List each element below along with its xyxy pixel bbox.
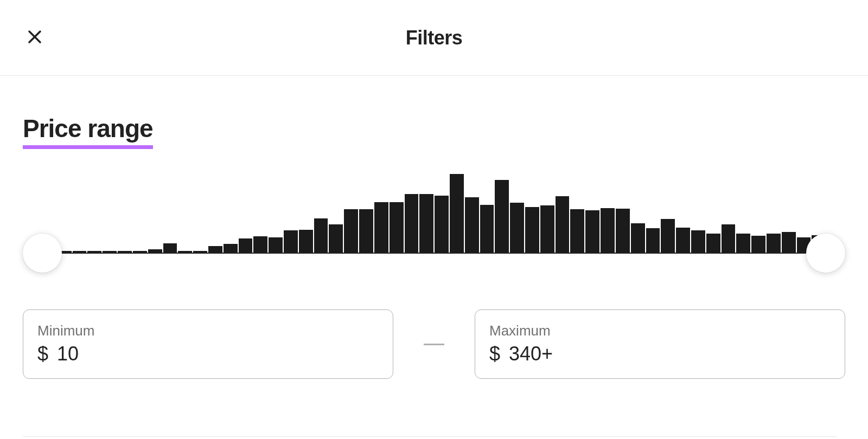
histogram-bar: [253, 236, 267, 253]
histogram-bar: [616, 209, 630, 253]
max-price-input-box[interactable]: Maximum $: [475, 309, 845, 379]
histogram-bar: [540, 205, 554, 253]
min-price-input-box[interactable]: Minimum $: [23, 309, 393, 379]
close-button[interactable]: [24, 27, 46, 49]
slider-track[interactable]: [39, 253, 829, 254]
histogram-bar: [405, 194, 419, 253]
min-price-input[interactable]: [57, 343, 379, 365]
histogram-bar: [706, 234, 720, 253]
histogram-bar: [314, 218, 328, 253]
max-price-label: Maximum: [489, 322, 831, 339]
section-divider: [23, 436, 837, 437]
price-histogram-area: [23, 174, 845, 272]
price-range-title: Price range: [23, 114, 153, 143]
histogram-bar: [691, 230, 705, 253]
histogram-bar: [585, 210, 599, 253]
modal-title: Filters: [406, 27, 463, 49]
histogram-bar: [435, 196, 449, 253]
price-range-separator: [393, 344, 475, 345]
histogram-bar: [782, 232, 796, 253]
histogram-bar: [722, 224, 736, 253]
price-histogram: [39, 174, 829, 253]
dash-icon: [424, 344, 444, 345]
histogram-bar: [269, 237, 283, 253]
histogram-bar: [525, 207, 539, 253]
histogram-bar: [299, 230, 313, 253]
histogram-bar: [390, 202, 404, 253]
histogram-bar: [465, 197, 479, 253]
min-price-currency: $: [37, 343, 48, 365]
histogram-bar: [374, 202, 388, 253]
section-title-wrapper: Price range: [23, 114, 153, 149]
histogram-bar: [767, 234, 781, 253]
histogram-bar: [163, 243, 177, 253]
histogram-bar: [510, 203, 524, 253]
min-price-label: Minimum: [37, 322, 379, 339]
histogram-bar: [480, 205, 494, 253]
modal-content: Price range Minimum $ Maximum $: [0, 76, 868, 379]
histogram-bar: [224, 244, 238, 253]
histogram-bar: [631, 223, 645, 253]
histogram-bar: [450, 174, 464, 253]
max-price-input[interactable]: [509, 343, 831, 365]
histogram-bar: [495, 180, 509, 253]
histogram-bar: [646, 228, 660, 253]
slider-handle-max[interactable]: [806, 234, 845, 273]
histogram-bar: [736, 234, 750, 253]
histogram-bar: [601, 208, 615, 253]
histogram-bar: [239, 238, 253, 253]
histogram-bar: [208, 246, 222, 253]
histogram-bar: [556, 196, 570, 253]
slider-handle-min[interactable]: [23, 234, 62, 273]
histogram-bar: [344, 209, 358, 253]
histogram-bar: [419, 194, 433, 253]
close-icon: [27, 29, 43, 47]
histogram-bar: [570, 209, 584, 253]
histogram-bar: [359, 209, 373, 253]
histogram-bar: [284, 230, 298, 253]
max-price-currency: $: [489, 343, 500, 365]
histogram-bar: [661, 219, 675, 253]
modal-header: Filters: [0, 0, 868, 76]
histogram-bar: [329, 224, 343, 253]
histogram-bar: [676, 228, 690, 253]
max-price-value-row: $: [489, 343, 831, 365]
title-highlight-underline: [23, 145, 153, 149]
price-inputs-row: Minimum $ Maximum $: [23, 309, 845, 379]
min-price-value-row: $: [37, 343, 379, 365]
histogram-bar: [751, 236, 765, 253]
